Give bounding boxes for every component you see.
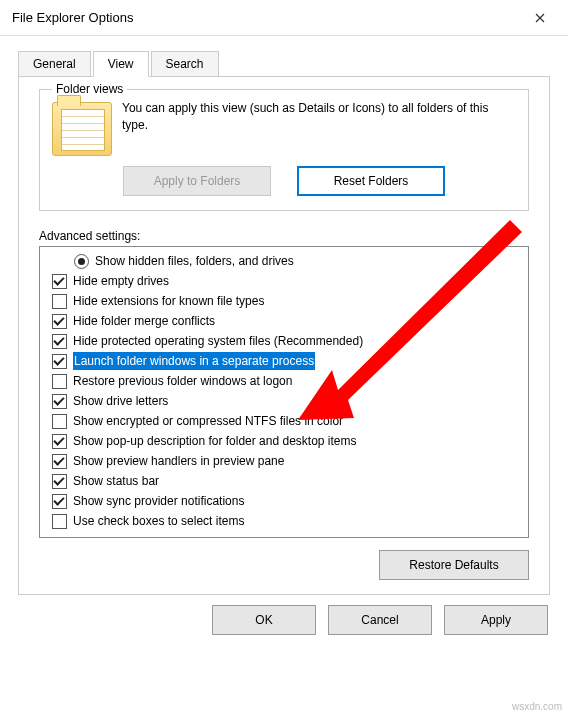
window-title: File Explorer Options	[12, 10, 520, 25]
checkbox-input[interactable]	[52, 274, 67, 289]
close-icon	[535, 13, 545, 23]
list-item-label: Show status bar	[73, 472, 159, 490]
checkbox-input[interactable]	[52, 414, 67, 429]
list-item-label: Show preview handlers in preview pane	[73, 452, 284, 470]
folder-views-description: You can apply this view (such as Details…	[122, 100, 516, 156]
radio-input[interactable]	[74, 254, 89, 269]
close-button[interactable]	[520, 4, 560, 32]
list-item[interactable]: Show sync provider notifications	[44, 491, 524, 511]
checkbox-input[interactable]	[52, 474, 67, 489]
checkbox-input[interactable]	[52, 394, 67, 409]
ok-button[interactable]: OK	[212, 605, 316, 635]
folder-views-group: Folder views You can apply this view (su…	[39, 89, 529, 211]
tab-row: General View Search	[0, 36, 568, 76]
tab-search[interactable]: Search	[151, 51, 219, 77]
list-item[interactable]: Launch folder windows in a separate proc…	[44, 351, 524, 371]
list-item[interactable]: Hide empty drives	[44, 271, 524, 291]
list-item-label: Show drive letters	[73, 392, 168, 410]
folder-views-legend: Folder views	[52, 82, 127, 96]
list-item-label: Hide empty drives	[73, 272, 169, 290]
checkbox-input[interactable]	[52, 354, 67, 369]
list-item-label: Use check boxes to select items	[73, 512, 244, 530]
tab-general[interactable]: General	[18, 51, 91, 77]
advanced-settings-label: Advanced settings:	[39, 229, 529, 243]
apply-button[interactable]: Apply	[444, 605, 548, 635]
reset-folders-button[interactable]: Reset Folders	[297, 166, 445, 196]
list-item[interactable]: Show encrypted or compressed NTFS files …	[44, 411, 524, 431]
list-item-label: Show sync provider notifications	[73, 492, 244, 510]
list-item[interactable]: Show hidden files, folders, and drives	[44, 251, 524, 271]
list-item-label: Hide extensions for known file types	[73, 292, 264, 310]
list-item-label: Show encrypted or compressed NTFS files …	[73, 412, 343, 430]
checkbox-input[interactable]	[52, 454, 67, 469]
view-panel: Folder views You can apply this view (su…	[18, 76, 550, 595]
checkbox-input[interactable]	[52, 494, 67, 509]
list-item[interactable]: Show status bar	[44, 471, 524, 491]
list-item[interactable]: Restore previous folder windows at logon	[44, 371, 524, 391]
checkbox-input[interactable]	[52, 294, 67, 309]
checkbox-input[interactable]	[52, 334, 67, 349]
checkbox-input[interactable]	[52, 374, 67, 389]
dialog-button-row: OK Cancel Apply	[0, 605, 568, 653]
checkbox-input[interactable]	[52, 434, 67, 449]
checkbox-input[interactable]	[52, 514, 67, 529]
list-item-label: Show hidden files, folders, and drives	[95, 252, 294, 270]
list-item-label: Hide protected operating system files (R…	[73, 332, 363, 350]
list-item[interactable]: Use check boxes to select items	[44, 511, 524, 531]
watermark: wsxdn.com	[512, 701, 562, 712]
list-item[interactable]: Hide protected operating system files (R…	[44, 331, 524, 351]
tab-view[interactable]: View	[93, 51, 149, 77]
list-item[interactable]: Hide extensions for known file types	[44, 291, 524, 311]
list-item[interactable]: Hide folder merge conflicts	[44, 311, 524, 331]
list-item-label: Show pop-up description for folder and d…	[73, 432, 357, 450]
restore-defaults-button[interactable]: Restore Defaults	[379, 550, 529, 580]
checkbox-input[interactable]	[52, 314, 67, 329]
folder-icon	[52, 102, 112, 156]
apply-to-folders-button: Apply to Folders	[123, 166, 271, 196]
cancel-button[interactable]: Cancel	[328, 605, 432, 635]
list-item-label: Restore previous folder windows at logon	[73, 372, 292, 390]
list-item-label: Launch folder windows in a separate proc…	[73, 352, 315, 370]
titlebar: File Explorer Options	[0, 0, 568, 36]
list-item-label: Hide folder merge conflicts	[73, 312, 215, 330]
list-item[interactable]: Show preview handlers in preview pane	[44, 451, 524, 471]
list-item[interactable]: Show pop-up description for folder and d…	[44, 431, 524, 451]
list-item[interactable]: Show drive letters	[44, 391, 524, 411]
advanced-settings-list[interactable]: Show hidden files, folders, and drivesHi…	[39, 246, 529, 538]
